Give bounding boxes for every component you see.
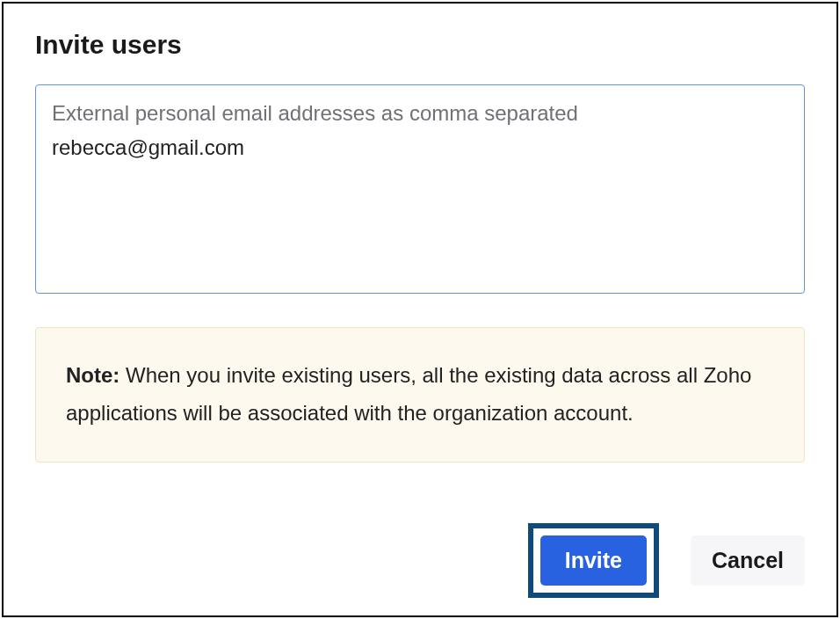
invite-highlight-frame: Invite	[528, 523, 659, 598]
cancel-button[interactable]: Cancel	[691, 535, 805, 586]
note-label: Note:	[66, 363, 119, 387]
dialog-title: Invite users	[35, 30, 805, 60]
note-body: When you invite existing users, all the …	[66, 363, 751, 425]
invite-users-dialog: Invite users External personal email add…	[2, 2, 838, 617]
note-box: Note: When you invite existing users, al…	[35, 327, 805, 462]
email-input-container[interactable]: External personal email addresses as com…	[35, 84, 805, 294]
email-input[interactable]: rebecca@gmail.com	[52, 133, 788, 192]
invite-button[interactable]: Invite	[540, 535, 647, 586]
email-input-label: External personal email addresses as com…	[52, 101, 788, 126]
button-row: Invite Cancel	[528, 523, 805, 598]
note-text: Note: When you invite existing users, al…	[66, 356, 774, 432]
